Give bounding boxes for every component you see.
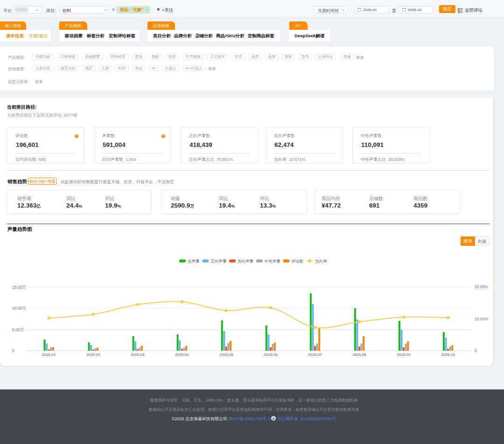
svg-text:10.00万: 10.00万 — [12, 306, 26, 311]
svg-text:15.00万: 15.00万 — [12, 285, 26, 290]
svg-text:评论数: 评论数 — [291, 259, 304, 264]
svg-text:2025-07: 2025-07 — [308, 353, 322, 357]
svg-text:中性声量: 中性声量 — [265, 259, 281, 264]
svg-text:5.00万: 5.00万 — [12, 327, 24, 332]
svg-text:2025-02: 2025-02 — [86, 353, 100, 357]
svg-text:0: 0 — [475, 348, 477, 353]
svg-text:正向声量: 正向声量 — [210, 259, 227, 264]
svg-text:2025-05: 2025-05 — [219, 353, 233, 357]
svg-text:2025-08: 2025-08 — [352, 353, 366, 357]
svg-text:2025-06: 2025-06 — [264, 353, 278, 357]
svg-text:20.00%: 20.00% — [475, 284, 488, 289]
svg-text:2025-10: 2025-10 — [441, 353, 455, 357]
svg-text:总声量: 总声量 — [187, 259, 200, 264]
svg-text:0: 0 — [12, 348, 14, 353]
svg-text:10.00%: 10.00% — [475, 317, 488, 321]
svg-text:2025-03: 2025-03 — [131, 353, 145, 357]
svg-text:2025-01: 2025-01 — [42, 353, 56, 357]
svg-text:负向声量: 负向声量 — [238, 259, 253, 264]
svg-text:2025-04: 2025-04 — [175, 353, 189, 357]
svg-text:负向率: 负向率 — [315, 259, 327, 264]
svg-text:2025-09: 2025-09 — [397, 353, 411, 357]
